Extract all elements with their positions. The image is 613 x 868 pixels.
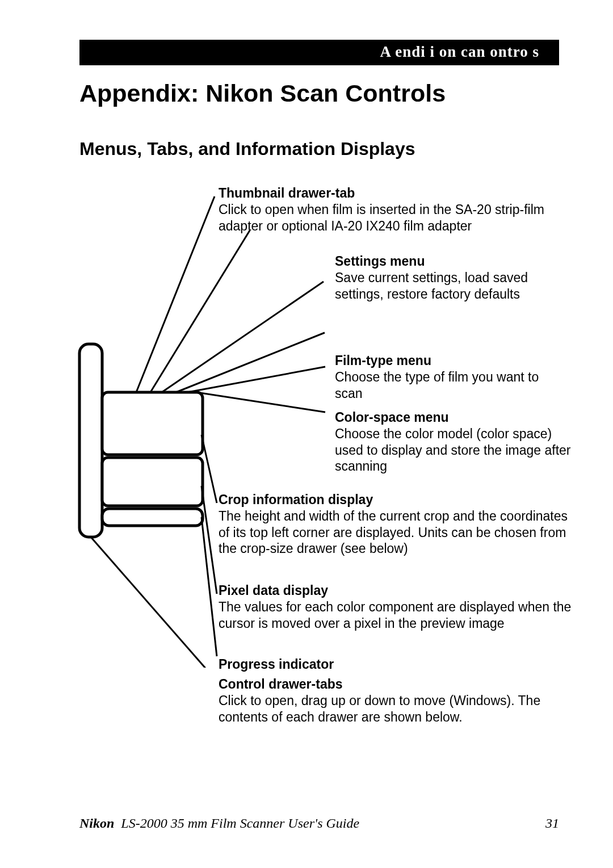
- callout-settings-menu: Settings menu Save current settings, loa…: [335, 253, 562, 302]
- callout-control-drawer-tabs: Control drawer-tabs Click to open, drag …: [219, 676, 582, 725]
- section-title: Menus, Tabs, and Information Displays: [79, 139, 559, 160]
- callout-film-type-menu: Film-type menu Choose the type of film y…: [335, 353, 562, 401]
- callout-title: Color-space menu: [335, 409, 573, 426]
- svg-line-4: [136, 196, 215, 392]
- callout-progress-indicator: Progress indicator: [219, 656, 582, 673]
- svg-line-7: [176, 333, 325, 392]
- diagram-area: Thumbnail drawer-tab Click to open when …: [79, 185, 559, 730]
- callout-color-space-menu: Color-space menu Choose the color model …: [335, 409, 573, 475]
- page-footer: Nikon LS-2000 35 mm Film Scanner User's …: [79, 816, 559, 831]
- svg-rect-1: [102, 392, 203, 455]
- document-page: A endi i on can ontro s Appendix: Nikon …: [0, 0, 613, 868]
- callout-title: Thumbnail drawer-tab: [219, 185, 582, 202]
- callout-crop-information-display: Crop information display The height and …: [219, 492, 582, 557]
- svg-rect-2: [102, 458, 203, 506]
- svg-rect-0: [79, 344, 102, 537]
- callout-body: The height and width of the current crop…: [219, 509, 568, 556]
- callout-body: Click to open when film is inserted in t…: [219, 202, 544, 233]
- callout-title: Progress indicator: [219, 656, 582, 673]
- page-number: 31: [545, 816, 559, 831]
- callout-body: The values for each color component are …: [219, 599, 571, 631]
- callout-title: Settings menu: [335, 253, 562, 270]
- svg-line-6: [162, 282, 324, 392]
- callout-title: Film-type menu: [335, 353, 562, 369]
- callout-body: Choose the color model (color space) use…: [335, 426, 571, 474]
- callout-thumbnail-drawer-tab: Thumbnail drawer-tab Click to open when …: [219, 185, 582, 234]
- header-bar: A endi i on can ontro s: [79, 40, 559, 65]
- callout-pixel-data-display: Pixel data display The values for each c…: [219, 582, 582, 631]
- footer-left: Nikon LS-2000 35 mm Film Scanner User's …: [79, 816, 359, 831]
- footer-guide: LS-2000 35 mm Film Scanner User's Guide: [117, 816, 359, 831]
- callout-title: Control drawer-tabs: [219, 676, 582, 693]
- callout-title: Crop information display: [219, 492, 582, 508]
- footer-brand: Nikon: [79, 816, 114, 831]
- callout-title: Pixel data display: [219, 582, 582, 599]
- svg-line-13: [91, 537, 217, 668]
- svg-line-9: [196, 392, 325, 412]
- svg-rect-3: [102, 509, 203, 526]
- callout-body: Save current settings, load saved settin…: [335, 270, 528, 301]
- main-title: Appendix: Nikon Scan Controls: [79, 79, 559, 107]
- callout-body: Choose the type of film you want to scan: [335, 370, 539, 401]
- callout-body: Click to open, drag up or down to move (…: [219, 693, 540, 724]
